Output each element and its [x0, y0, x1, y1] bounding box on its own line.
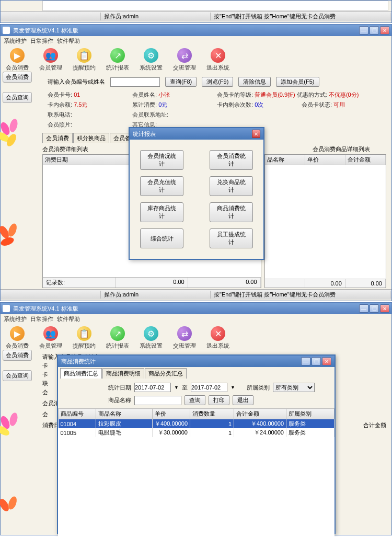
stat-recharge[interactable]: 会员充值统计 — [140, 176, 183, 196]
right-subtitle: 会员消费商品详细列表 — [296, 145, 386, 153]
people-icon: 👥 — [43, 48, 58, 63]
side-query[interactable]: 会员查询 — [3, 92, 32, 103]
stat-member-consume[interactable]: 会员消费统计 — [210, 150, 253, 170]
card-number: 01 — [74, 91, 80, 98]
dialog-titlebar[interactable]: 商品消费统计 — ☐ ✕ — [58, 356, 335, 367]
menubar: 系统维护 日常操作 软件帮助 — [1, 314, 391, 324]
stats-dialog: 统计报表 ✕ 会员情况统计 会员消费统计 会员充值统计 兑换商品统计 库存商品统… — [129, 127, 264, 260]
dialog-minimize-button[interactable]: — — [301, 357, 310, 365]
hotkey-hint: 按"End"键打开钱箱 按"Home"键用无卡会员消费 — [211, 13, 390, 20]
tool-stats[interactable]: ↗统计报表 — [106, 326, 129, 350]
arrow-icon: ↗ — [110, 326, 125, 341]
flower-decoration — [1, 496, 27, 528]
flower-decoration — [1, 413, 27, 444]
total-spend: 0元 — [158, 101, 167, 108]
goods-stats-dialog: 商品消费统计 — ☐ ✕ 商品消费汇总 商品消费明细 商品分类汇总 统计日期 ▼… — [57, 354, 336, 534]
flower-decoration — [1, 119, 27, 150]
tab-consume[interactable]: 会员消费 — [42, 133, 73, 143]
search-input[interactable] — [110, 77, 160, 87]
minimize-button[interactable]: — — [359, 304, 368, 313]
tool-exit[interactable]: ✕退出系统 — [206, 48, 229, 72]
tool-settings[interactable]: ⚙系统设置 — [140, 48, 163, 72]
x-icon: ✕ — [211, 326, 225, 341]
goods-name-input[interactable] — [134, 396, 181, 405]
exit-button[interactable]: 退出 — [233, 395, 253, 405]
gear-icon: ⚙ — [144, 48, 158, 63]
stat-comprehensive[interactable]: 综合统计 — [140, 228, 183, 248]
swap-icon: ⇄ — [177, 326, 192, 341]
tool-shift[interactable]: ⇄交班管理 — [173, 326, 196, 350]
tool-consume[interactable]: ▶会员消费 — [6, 326, 29, 350]
tab-detail[interactable]: 商品消费明细 — [102, 368, 144, 379]
maximize-button[interactable]: ☐ — [370, 304, 379, 313]
record-count: 记录数: — [43, 278, 116, 288]
tool-settings[interactable]: ⚙系统设置 — [140, 326, 163, 350]
card-grade: 普通会员(0.9折) — [255, 91, 295, 98]
browse-button[interactable]: 浏览(F9) — [202, 77, 233, 87]
member-name: 小张 — [158, 91, 170, 98]
balance: 7.5元 — [74, 101, 87, 108]
card-state: 可用 — [333, 101, 345, 108]
swap-icon: ⇄ — [177, 48, 192, 63]
date-to[interactable] — [191, 383, 227, 392]
side-consume[interactable]: 会员消费 — [3, 350, 32, 361]
side-consume[interactable]: 会员消费 — [3, 72, 32, 83]
dialog-close-button[interactable]: ✕ — [322, 357, 331, 365]
table-row[interactable]: 01004拉彩膜皮￥400.000001￥400.00000服务类 — [59, 419, 335, 429]
stat-goods-consume[interactable]: 商品消费统计 — [210, 202, 253, 222]
note-icon: 📋 — [77, 48, 91, 63]
table-row[interactable]: 01005电眼睫毛￥30.000001￥24.00000服务类 — [59, 428, 335, 437]
gear-icon: ⚙ — [144, 326, 158, 341]
menu-system[interactable]: 系统维护 — [4, 38, 27, 44]
stat-inventory[interactable]: 库存商品统计 — [140, 202, 183, 222]
goods-table[interactable]: 商品编号 商品名称 单价 消费数量 合计金额 所属类别 01004拉彩膜皮￥40… — [58, 408, 335, 437]
people-icon: 👥 — [43, 326, 58, 341]
window-title: 美发管理系统V4.1 标准版 — [13, 27, 359, 35]
tab-points[interactable]: 积分换商品 — [73, 133, 109, 143]
menu-daily[interactable]: 日常操作 — [30, 38, 53, 44]
category-select[interactable]: 所有类别 — [273, 383, 315, 392]
menu-daily[interactable]: 日常操作 — [30, 316, 53, 322]
tool-member[interactable]: 👥会员管理 — [39, 326, 62, 350]
titlebar[interactable]: 美发管理系统V4.1 标准版 — ☐ ✕ — [1, 303, 391, 314]
query-button[interactable]: 查询 — [185, 395, 205, 405]
minimize-button[interactable]: — — [359, 26, 368, 35]
remaining: 0次 — [255, 101, 263, 108]
tool-member[interactable]: 👥会员管理 — [39, 48, 62, 72]
close-button[interactable]: ✕ — [380, 304, 389, 313]
dialog-titlebar[interactable]: 统计报表 ✕ — [130, 128, 263, 140]
tool-consume[interactable]: ▶会员消费 — [6, 48, 29, 72]
stat-member-info[interactable]: 会员情况统计 — [140, 150, 183, 170]
tab-summary[interactable]: 商品消费汇总 — [60, 368, 102, 379]
tool-remind[interactable]: 📋提醒预约 — [73, 326, 96, 350]
menu-help[interactable]: 软件帮助 — [57, 38, 80, 44]
flower-decoration — [1, 223, 27, 255]
clear-button[interactable]: 清除信息 — [238, 77, 271, 87]
tool-exit[interactable]: ✕退出系统 — [206, 326, 229, 350]
tool-shift[interactable]: ⇄交班管理 — [173, 48, 196, 72]
menu-system[interactable]: 系统维护 — [4, 316, 27, 322]
toolbar: ▶会员消费 👥会员管理 📋提醒预约 ↗统计报表 ⚙系统设置 ⇄交班管理 ✕退出系… — [1, 46, 391, 74]
maximize-button[interactable]: ☐ — [370, 26, 379, 35]
date-from[interactable] — [134, 383, 171, 392]
dialog-close-button[interactable]: ✕ — [252, 130, 260, 138]
arrow-icon: ↗ — [110, 48, 125, 63]
tab-category[interactable]: 商品分类汇总 — [145, 368, 187, 379]
menu-help[interactable]: 软件帮助 — [57, 316, 80, 322]
close-button[interactable]: ✕ — [380, 26, 389, 35]
tool-remind[interactable]: 📋提醒预约 — [73, 48, 96, 72]
side-query[interactable]: 会员查询 — [3, 370, 32, 381]
print-button[interactable]: 打印 — [209, 395, 229, 405]
window-title: 美发管理系统V4.1 标准版 — [13, 305, 359, 313]
stat-exchange[interactable]: 兑换商品统计 — [210, 176, 253, 196]
query-button[interactable]: 查询(F8) — [165, 77, 197, 87]
operator-status: 操作员:admin — [101, 291, 211, 299]
tool-stats[interactable]: ↗统计报表 — [106, 48, 129, 72]
search-label: 请输入会员编号或姓名 — [48, 78, 105, 86]
add-member-button[interactable]: 添加会员(F5) — [276, 77, 319, 87]
note-icon: 📋 — [77, 326, 91, 341]
goods-grid[interactable]: 品名称 单价 合计金额 0.00 0.00 — [264, 154, 386, 288]
stat-commission[interactable]: 员工提成统计 — [210, 228, 253, 248]
titlebar[interactable]: 美发管理系统V4.1 标准版 — ☐ ✕ — [1, 25, 391, 36]
dialog-maximize-button[interactable]: ☐ — [312, 357, 321, 365]
